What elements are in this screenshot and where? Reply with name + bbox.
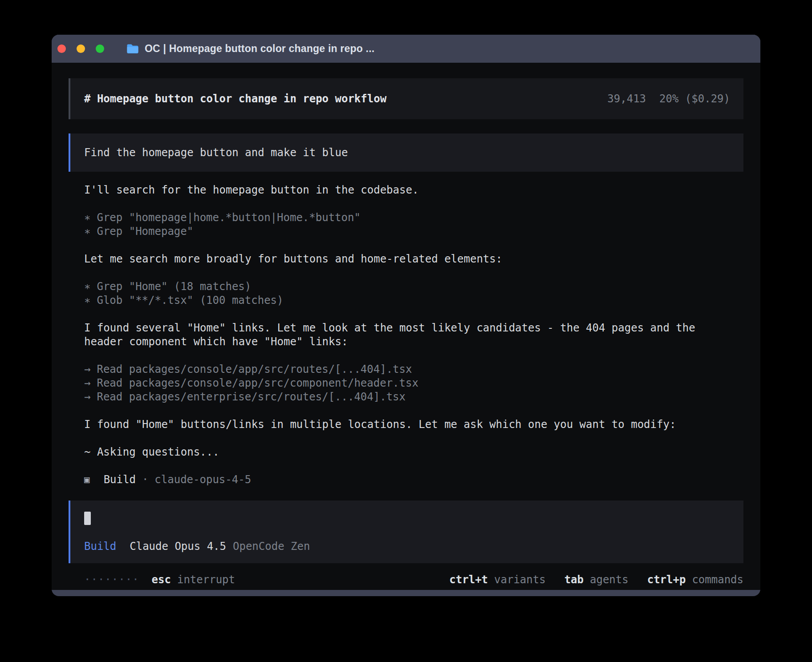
prompt-input[interactable]: Build Claude Opus 4.5 OpenCode Zen: [69, 501, 743, 563]
spinner-dots: ········: [84, 573, 139, 587]
provider-label: OpenCode Zen: [233, 540, 310, 553]
read-tool-arrow-icon: →: [84, 376, 90, 390]
context-usage: 20% ($0.29): [659, 92, 730, 106]
tool-call-group: ∗ Grep "Home" (18 matches) ∗ Glob "**/*.…: [84, 280, 743, 307]
assistant-transcript: I'll search for the homepage button in t…: [84, 183, 743, 487]
zoom-button[interactable]: [96, 44, 104, 53]
grep-tool-icon: ∗: [84, 211, 90, 225]
session-header: # Homepage button color change in repo w…: [69, 78, 743, 119]
tool-call-text: Grep "Home" (18 matches): [97, 280, 251, 294]
window-title: OC | Homepage button color change in rep…: [145, 43, 374, 55]
assistant-paragraph: I found "Home" buttons/links in multiple…: [84, 418, 734, 432]
tool-call: → Read packages/console/app/src/routes/[…: [84, 363, 743, 376]
desktop-background: OC | Homepage button color change in rep…: [0, 0, 812, 662]
user-message-text: Find the homepage button and make it blu…: [84, 146, 348, 160]
agent-model-line: ▣ Build · claude-opus-4-5: [84, 473, 743, 487]
tool-call: → Read packages/console/app/src/componen…: [84, 376, 743, 390]
tool-call: ∗ Grep "Homepage": [84, 225, 743, 238]
tool-call-group: ∗ Grep "homepage|home.*button|Home.*butt…: [84, 211, 743, 238]
separator-dot: ·: [142, 473, 148, 487]
folder-icon: [126, 44, 139, 54]
read-tool-arrow-icon: →: [84, 390, 90, 404]
statusbar-left: ········ esc interrupt: [84, 573, 235, 587]
window-titlebar[interactable]: OC | Homepage button color change in rep…: [52, 35, 760, 63]
session-stats: 39,413 20% ($0.29): [607, 92, 730, 106]
assistant-paragraph: I found several "Home" links. Let me loo…: [84, 321, 734, 349]
variants-label: variants: [494, 573, 546, 587]
text-cursor: [84, 512, 91, 525]
model-label[interactable]: Claude Opus 4.5: [130, 540, 226, 553]
tool-call-text: Read packages/console/app/src/component/…: [97, 376, 418, 390]
ctrl-p-key[interactable]: ctrl+p: [647, 573, 686, 587]
interrupt-label: interrupt: [177, 573, 235, 587]
minimize-button[interactable]: [77, 44, 85, 53]
assistant-paragraph: Let me search more broadly for buttons a…: [84, 252, 734, 266]
grep-tool-icon: ∗: [84, 280, 90, 294]
glob-tool-icon: ∗: [84, 294, 90, 307]
tool-call: ∗ Grep "Home" (18 matches): [84, 280, 743, 294]
ctrl-t-key[interactable]: ctrl+t: [449, 573, 488, 587]
tool-call: ∗ Grep "homepage|home.*button|Home.*butt…: [84, 211, 743, 225]
traffic-lights: [57, 44, 104, 53]
agent-name: Build: [104, 473, 136, 487]
assistant-paragraph: I'll search for the homepage button in t…: [84, 183, 734, 197]
agent-model: claude-opus-4-5: [154, 473, 251, 487]
session-title: # Homepage button color change in repo w…: [84, 92, 386, 106]
terminal-content: # Homepage button color change in repo w…: [52, 63, 760, 590]
tool-call-text: Grep "Homepage": [97, 225, 193, 238]
user-message: Find the homepage button and make it blu…: [69, 133, 743, 172]
statusbar-right: ctrl+t variants tab agents ctrl+p comman…: [449, 573, 743, 587]
agent-badge-icon: ▣: [84, 473, 90, 487]
grep-tool-icon: ∗: [84, 225, 90, 238]
tool-call-text: Read packages/enterprise/src/routes/[...…: [97, 390, 406, 404]
read-tool-arrow-icon: →: [84, 363, 90, 376]
tool-call-text: Read packages/console/app/src/routes/[..…: [97, 363, 412, 376]
esc-key[interactable]: esc: [152, 573, 171, 587]
statusbar: ········ esc interrupt ctrl+t variants t…: [69, 573, 743, 587]
tool-call: ∗ Glob "**/*.tsx" (100 matches): [84, 294, 743, 307]
tool-call-text: Glob "**/*.tsx" (100 matches): [97, 294, 283, 307]
tool-call-group: → Read packages/console/app/src/routes/[…: [84, 363, 743, 404]
token-count: 39,413: [607, 92, 646, 106]
variants-hint: ctrl+t variants: [449, 573, 545, 587]
close-button[interactable]: [57, 44, 66, 53]
commands-hint: ctrl+p commands: [647, 573, 743, 587]
tool-call: → Read packages/enterprise/src/routes/[.…: [84, 390, 743, 404]
agents-hint: tab agents: [564, 573, 629, 587]
terminal-window: OC | Homepage button color change in rep…: [52, 35, 760, 596]
agent-mode-label[interactable]: Build: [84, 540, 116, 553]
input-status-bar: Build Claude Opus 4.5 OpenCode Zen: [84, 540, 730, 553]
commands-label: commands: [692, 573, 743, 587]
tool-call-text: Grep "homepage|home.*button|Home.*button…: [97, 211, 360, 225]
tab-key[interactable]: tab: [564, 573, 584, 587]
agents-label: agents: [590, 573, 629, 587]
working-status: ~ Asking questions...: [84, 445, 743, 459]
interrupt-hint: esc interrupt: [152, 573, 235, 587]
